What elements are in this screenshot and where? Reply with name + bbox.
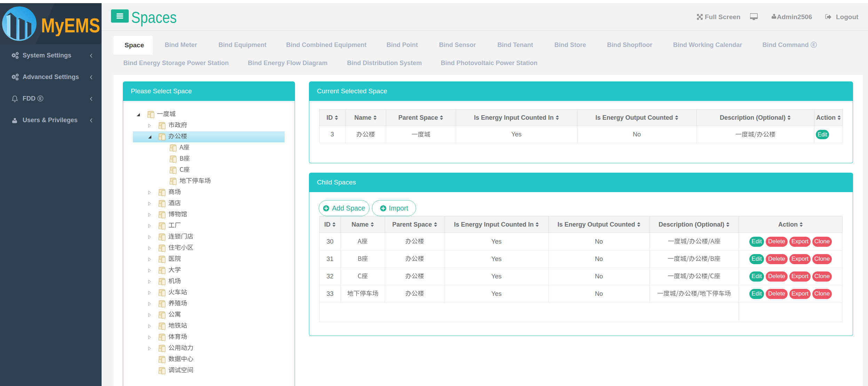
svg-text:Spaces: Spaces (131, 8, 177, 26)
svg-text:MyEMS: MyEMS (41, 15, 100, 36)
